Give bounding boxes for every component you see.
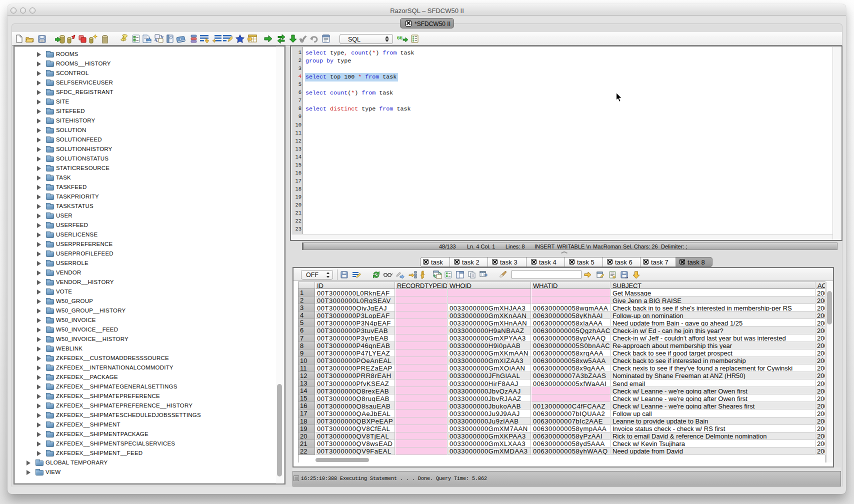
svg-text:66: 66 [397,34,403,40]
